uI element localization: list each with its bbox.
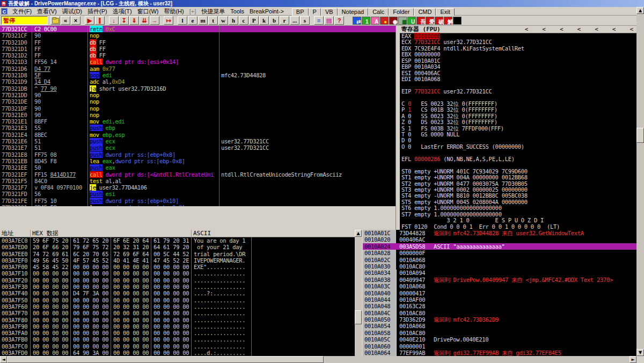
quick-button-cmd[interactable]: CMD: [414, 8, 436, 16]
disasm-row[interactable]: 77D321FEFF75 10push dword ptr ss:[ebp+0x…: [0, 198, 396, 204]
stack-row[interactable]: 0010A04000000417: [363, 290, 636, 296]
register-line[interactable]: EDI 0010A068: [400, 76, 636, 82]
disasm-row[interactable]: 77D321D2FFdb FF: [0, 52, 396, 59]
disasm-row[interactable]: 77D321D0FFdb FF: [0, 39, 396, 46]
threads-window-button[interactable]: t: [208, 16, 218, 25]
execute-till-user-code-button[interactable]: ↦: [164, 16, 173, 25]
dump-row[interactable]: 003A7ED020 6F 66 2079 6F 75 7220 32 31 2…: [0, 244, 355, 250]
vertical-scroll-thumb[interactable]: [636, 128, 644, 143]
disasm-row[interactable]: 77D321EB8D45 F8lea eax,dword ptr ss:[ebp…: [0, 158, 396, 164]
disasm-row[interactable]: 77D322018D45 F8lea eax,dword ptr ss:[ebp…: [0, 204, 396, 206]
pane-splitter[interactable]: [396, 26, 400, 230]
dump-row[interactable]: 003A7FC000 00 00 0000 00 00 0000 00 00 0…: [0, 343, 355, 350]
register-line[interactable]: O 0 LastErr ERROR_SUCCESS (00000000): [400, 144, 636, 150]
disasm-row[interactable]: 77D321E751push ecxuser32.77D321CC: [0, 144, 396, 151]
handles-window-button[interactable]: h: [229, 16, 238, 25]
collapse-caret-icon[interactable]: <: [630, 26, 633, 33]
scroll-left-icon[interactable]: ◄: [0, 356, 7, 363]
disasm-row[interactable]: 77D321D85Fpop edimfc42.73D44828: [0, 72, 396, 78]
quick-button-folder[interactable]: Folder: [389, 8, 414, 16]
dump-row[interactable]: 003A7F3000 00 00 0000 00 00 0000 00 00 0…: [0, 284, 355, 290]
dump-row[interactable]: 003A7F0045 58 45 2200 00 00 0000 00 00 0…: [0, 264, 355, 270]
menu-item-p[interactable]: 插件(P): [85, 8, 110, 15]
mdi-child-icon[interactable]: C: [1, 8, 8, 14]
step-over-button[interactable]: ↧: [119, 16, 129, 25]
menu-item-d[interactable]: 调试(D): [60, 8, 85, 15]
menu-item-h[interactable]: 帮助(H): [161, 8, 186, 15]
register-collapse-buttons[interactable]: <<<<<<<: [525, 26, 633, 33]
stack-row[interactable]: 0010A0280000000F: [363, 250, 636, 256]
dump-scrollbar[interactable]: ▲: [355, 230, 362, 356]
collapse-caret-icon[interactable]: <: [577, 26, 581, 33]
register-line[interactable]: FST 0120 Cond 0 0 0 1 Err 0 0 1 0 0 0 0 …: [400, 224, 636, 230]
disasm-row[interactable]: 77D321E18BFFmov edi,edi: [0, 118, 396, 125]
plugin-target-button[interactable]: ◉: [389, 17, 398, 25]
menu-item-t[interactable]: 选项(T): [110, 8, 135, 15]
horizontal-scrollbar[interactable]: ◄ ►: [0, 356, 636, 363]
collapse-caret-icon[interactable]: <: [525, 26, 529, 33]
animate-into-button[interactable]: ⇓: [129, 16, 139, 25]
dump-row[interactable]: 003A7FD000 00 00 0064 90 3A 0000 00 00 0…: [0, 350, 355, 356]
cpu-window-button[interactable]: c: [239, 16, 248, 25]
plugin-one-button[interactable]: 1: [362, 17, 370, 25]
registers-pane[interactable]: 寄存器 (FPU) <<<<<<< EAX 0000000EECX 77D321…: [400, 26, 636, 230]
collapse-caret-icon[interactable]: <: [612, 26, 616, 33]
disasm-row[interactable]: 77D321E651push ecxuser32.77D321CC: [0, 138, 396, 144]
stack-row[interactable]: 0010A03C0010A068: [363, 283, 636, 289]
menu-item-v[interactable]: 查看(V): [34, 8, 60, 15]
dump-row[interactable]: 003A7FB000 00 00 0000 00 00 0000 00 00 0…: [0, 336, 355, 343]
scroll-down-icon[interactable]: ▼: [636, 349, 644, 356]
menu-item-[interactable]: 快捷菜单: [199, 8, 228, 15]
help-button[interactable]: ?: [334, 16, 344, 25]
quick-button-vb[interactable]: VB: [321, 8, 338, 16]
disasm-row[interactable]: 77D321FD56push esi: [0, 191, 396, 197]
executables-window-button[interactable]: e: [188, 16, 197, 25]
stack-row[interactable]: 0010A0440010AF00: [363, 296, 636, 303]
restart-button[interactable]: «: [61, 16, 70, 25]
menu-item-w[interactable]: 窗口(W): [135, 8, 162, 15]
dump-scroll-up-icon[interactable]: ▲: [355, 230, 362, 237]
disasm-row[interactable]: 77D321CF90nop: [0, 32, 396, 39]
log-window-button[interactable]: l: [178, 16, 187, 25]
dump-row[interactable]: 003A7F1000 00 00 0000 00 00 0000 00 00 0…: [0, 270, 355, 277]
options-button[interactable]: ≡: [314, 16, 324, 25]
dump-row[interactable]: 003A7F6000 00 00 0000 00 00 0000 00 00 0…: [0, 303, 355, 310]
appearance-button[interactable]: ▤: [324, 16, 334, 25]
register-line[interactable]: EFL 00000286 (NO,NB,NE,A,S,PE,L,LE): [400, 156, 636, 162]
memory-window-button[interactable]: m: [198, 16, 208, 25]
quick-button-notepad[interactable]: Notepad: [338, 8, 369, 16]
dump-row[interactable]: 003A7F9000 00 00 0000 00 00 0000 00 00 0…: [0, 323, 355, 330]
dump-row[interactable]: 003A7EC059 6F 75 2061 72 65 206F 6E 20 6…: [0, 237, 355, 244]
plugin-wu-button[interactable]: 吾: [416, 17, 425, 25]
plugin-ball-button[interactable]: ●: [380, 17, 389, 25]
horizontal-scroll-thumb[interactable]: [7, 356, 324, 363]
close-button[interactable]: ×: [71, 16, 80, 25]
plugin-a-button[interactable]: A: [371, 17, 379, 25]
patches-window-button[interactable]: P: [249, 16, 259, 25]
dump-row[interactable]: 003A7FA000 00 00 0000 00 00 0000 00 00 0…: [0, 330, 355, 336]
stack-row[interactable]: 0010A04800163C28: [363, 303, 636, 309]
step-into-button[interactable]: ↓: [109, 16, 119, 25]
stack-row[interactable]: 0010A05C0040E210DrivePow.0040E210: [363, 336, 636, 343]
menu-item-f[interactable]: 文件(F): [10, 8, 34, 15]
stack-row[interactable]: 0010A06000000001: [363, 343, 636, 350]
stack-row[interactable]: 0010A0300010AC80: [363, 263, 636, 270]
disasm-row[interactable]: 77D321E48BECmov ebp,esp: [0, 132, 396, 138]
stack-row[interactable]: 0010A024003A5D58ASCII "aaaaaaaaaaaaaa": [363, 243, 636, 250]
disasm-row[interactable]: 77D321EFFF15 8414D177call dword ptr ds:[…: [0, 171, 396, 178]
memory-dump-pane[interactable]: 地址 HEX 数据 ASCII 003A7EC059 6F 75 2061 72…: [0, 230, 355, 356]
plugin-po-button[interactable]: 破: [435, 17, 443, 25]
callstack-window-button[interactable]: k: [259, 16, 269, 25]
plugin-u-button[interactable]: U: [407, 17, 416, 25]
quick-button-bp[interactable]: BP: [292, 8, 309, 16]
disasm-row[interactable]: 77D321E090nop: [0, 112, 396, 118]
dump-row[interactable]: 003A7EF049 56 45 504F 57 45 524D 41 4E 4…: [0, 257, 355, 264]
menu-item-[interactable]: [+]: [187, 8, 199, 15]
collapse-caret-icon[interactable]: <: [595, 26, 598, 33]
disassembly-pane[interactable]: 77D321CCC2 0C00retn 0xC77D321CF90nop77D3…: [0, 26, 396, 206]
quick-button-calc[interactable]: Calc: [368, 8, 389, 16]
plugin-swap-button[interactable]: ⇄: [353, 17, 361, 25]
plugin-ai-button[interactable]: 爱: [426, 17, 434, 25]
disasm-row[interactable]: 77D321F7v 0F84 097F0100je user32.77D4A10…: [0, 184, 396, 191]
disasm-row[interactable]: 77D321CCC2 0C00retn 0xC: [0, 26, 396, 32]
